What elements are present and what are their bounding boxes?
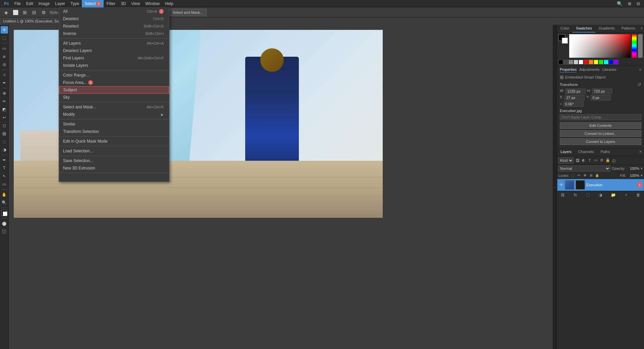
menu-item-all-layers[interactable]: All Layers Alt+Ctrl+A bbox=[59, 40, 169, 47]
menu-item-load-selection[interactable]: Save Selection... bbox=[59, 157, 169, 164]
tab-paths[interactable]: Paths bbox=[597, 149, 613, 156]
lock-all-icon[interactable]: 🔒 bbox=[595, 173, 599, 178]
tab-libraries[interactable]: Libraries bbox=[602, 67, 616, 72]
screen-mode-icon[interactable]: ⬛ bbox=[1, 228, 8, 235]
blur-tool[interactable]: ◌ bbox=[1, 138, 8, 145]
marquee-tool[interactable]: ▭ bbox=[1, 45, 8, 52]
fill-dropdown-icon[interactable]: ▾ bbox=[641, 173, 643, 178]
filter-toggle[interactable]: ◎ bbox=[612, 158, 617, 163]
artboard-tool[interactable]: ⬚ bbox=[1, 34, 8, 42]
color-panel-close[interactable]: ≡ bbox=[639, 25, 644, 33]
swatch-dark[interactable] bbox=[564, 60, 568, 64]
tab-layers[interactable]: Layers bbox=[557, 149, 575, 156]
menu-image[interactable]: Image bbox=[36, 0, 52, 7]
menu-item-deselect-layers[interactable]: Deselect Layers bbox=[59, 47, 169, 54]
menu-item-transform-selection[interactable]: Edit in Quick Mask Mode bbox=[59, 138, 169, 145]
quick-select-tool[interactable]: ◎ bbox=[1, 61, 8, 68]
healing-tool[interactable]: ⊕ bbox=[1, 90, 8, 97]
lock-pixels-icon[interactable]: ✏ bbox=[577, 173, 581, 178]
layer-visibility-icon[interactable]: 👁 bbox=[559, 182, 564, 188]
layers-panel-close[interactable]: ✕ bbox=[637, 149, 644, 156]
type-filter-icon[interactable]: T bbox=[587, 158, 592, 163]
tab-swatches[interactable]: Swatches bbox=[573, 25, 595, 33]
new-layer-icon[interactable]: + bbox=[624, 193, 628, 197]
swatch-white[interactable] bbox=[579, 60, 583, 64]
menu-layer[interactable]: Layer bbox=[52, 0, 68, 7]
new-group-icon[interactable]: 📁 bbox=[610, 193, 617, 197]
opacity-dropdown-icon[interactable]: ▾ bbox=[641, 166, 643, 171]
lock-filter-icon[interactable]: 🔒 bbox=[605, 158, 610, 163]
menu-item-all[interactable]: All Ctrl+A 2 bbox=[59, 8, 169, 15]
window-icon[interactable]: ⊟ bbox=[634, 0, 643, 7]
menu-item-find-layers[interactable]: Find Layers Alt+Shift+Ctrl+F bbox=[59, 54, 169, 62]
lock-artboard-icon[interactable]: ⊞ bbox=[589, 173, 593, 178]
menu-help[interactable]: Help bbox=[162, 0, 176, 7]
swatch-gray[interactable] bbox=[569, 60, 573, 64]
swatch-black[interactable] bbox=[558, 60, 563, 64]
menu-item-select-mask[interactable]: Select and Mask... Alt+Ctrl+R bbox=[59, 103, 169, 111]
background-color[interactable] bbox=[3, 211, 7, 216]
convert-layers-btn[interactable]: Convert to Layers bbox=[560, 138, 641, 145]
menu-filter[interactable]: Filter bbox=[104, 0, 118, 7]
tab-properties[interactable]: Properties bbox=[560, 67, 577, 72]
link-layers-icon[interactable]: ⛓ bbox=[560, 193, 566, 197]
tab-patterns[interactable]: Patterns bbox=[618, 25, 639, 33]
menu-item-isolate-layers[interactable]: Isolate Layers bbox=[59, 62, 169, 69]
menu-item-grow[interactable]: Similar bbox=[59, 120, 169, 128]
history-tool[interactable]: ↩ bbox=[1, 114, 8, 121]
menu-item-new-3d[interactable] bbox=[59, 174, 169, 182]
search-icon[interactable]: 🔍 bbox=[614, 0, 625, 7]
settings-icon[interactable]: ⚙ bbox=[40, 9, 47, 16]
swatch-orange[interactable] bbox=[589, 60, 593, 64]
menu-item-edit-quick-mask[interactable]: Load Selection... bbox=[59, 147, 169, 155]
new-adjustment-icon[interactable]: ◑ bbox=[598, 193, 603, 197]
layer-row-executive[interactable]: 👁 Executive 1 bbox=[557, 179, 644, 191]
menu-3d[interactable]: 3D bbox=[118, 0, 128, 7]
menu-item-sky[interactable]: Sky bbox=[59, 94, 169, 101]
shape-tool[interactable]: ▭ bbox=[1, 181, 8, 188]
select-mask-btn[interactable]: Select and Mask... bbox=[169, 9, 207, 16]
layer-comp-select[interactable]: Don't Apply Layer Comp bbox=[560, 114, 641, 120]
path-selection-tool[interactable]: ↖ bbox=[1, 172, 8, 180]
hand-tool[interactable]: ✋ bbox=[1, 191, 8, 198]
intersect-icon[interactable]: ⊞ bbox=[21, 9, 28, 16]
menu-window[interactable]: Window bbox=[143, 0, 162, 7]
brush-tool[interactable]: ✏ bbox=[1, 98, 8, 105]
menu-item-inverse[interactable]: Inverse Shift+Ctrl+I bbox=[59, 30, 169, 37]
swatch-blue[interactable] bbox=[609, 60, 613, 64]
swatch-purple[interactable] bbox=[614, 60, 619, 64]
properties-panel-menu[interactable]: ≡ bbox=[639, 67, 641, 72]
swatch-yellow[interactable] bbox=[594, 60, 598, 64]
kind-filter-select[interactable]: Kind bbox=[558, 157, 574, 163]
menu-item-save-selection[interactable]: New 3D Extrusion bbox=[59, 164, 169, 172]
mask-mode-icon[interactable]: ⬤ bbox=[1, 220, 8, 227]
hue-slider[interactable] bbox=[632, 34, 637, 58]
adjustment-filter-icon[interactable]: ◐ bbox=[581, 158, 586, 163]
menu-item-focus-area[interactable]: Focus Area... 3 bbox=[59, 79, 169, 86]
move-tool-icon[interactable]: ◈ bbox=[3, 9, 9, 16]
menu-item-modify[interactable]: Modify ▶ bbox=[59, 111, 169, 118]
menu-file[interactable]: File bbox=[12, 0, 23, 7]
eraser-tool[interactable]: ◻ bbox=[1, 122, 8, 129]
ps-logo[interactable]: Ps bbox=[1, 0, 12, 7]
hue-gradient[interactable] bbox=[569, 34, 631, 58]
eyedropper-tool[interactable]: ✒ bbox=[1, 79, 8, 87]
menu-view[interactable]: View bbox=[129, 0, 143, 7]
workspace-icon[interactable]: ⊞ bbox=[625, 0, 634, 7]
move-tool[interactable]: ✥ bbox=[1, 26, 8, 34]
menu-item-similar[interactable]: Transform Selection bbox=[59, 128, 169, 135]
zoom-tool[interactable]: 🔍 bbox=[1, 199, 8, 206]
menu-item-deselect[interactable]: Deselect Ctrl+D bbox=[59, 15, 169, 22]
crop-tool[interactable]: ⊹ bbox=[1, 71, 8, 79]
menu-item-color-range[interactable]: Color Range... bbox=[59, 71, 169, 79]
add-mask-icon[interactable]: ⬚ bbox=[585, 193, 591, 197]
transform-reset-icon[interactable]: ↺ bbox=[637, 82, 641, 87]
edit-contents-btn[interactable]: Edit Contents bbox=[560, 122, 641, 129]
marquee-icon[interactable]: ⬜ bbox=[12, 9, 19, 16]
swatch-cyan[interactable] bbox=[604, 60, 608, 64]
menu-type[interactable]: Type bbox=[68, 0, 82, 7]
lasso-tool[interactable]: ⌀ bbox=[1, 53, 8, 60]
swatch-red[interactable] bbox=[584, 60, 588, 64]
tab-color[interactable]: Color bbox=[557, 25, 573, 33]
gradient-tool[interactable]: ▤ bbox=[1, 130, 8, 137]
